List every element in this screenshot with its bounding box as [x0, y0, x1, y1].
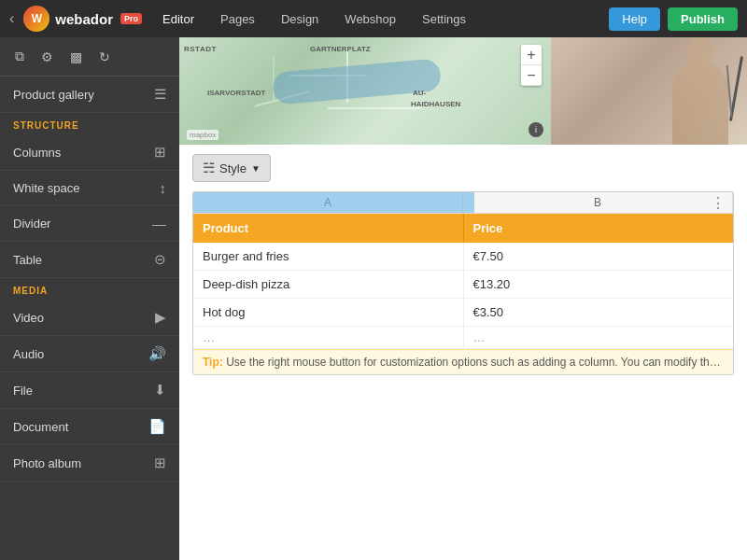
audio-label: Audio — [13, 347, 44, 361]
tip-label: Tip: — [203, 356, 223, 369]
nav-webshop[interactable]: Webshop — [333, 7, 407, 32]
nav-pages[interactable]: Pages — [209, 7, 266, 32]
top-navigation: ‹ W webador Pro Editor Pages Design Webs… — [0, 0, 747, 37]
style-button[interactable]: ☵ Style ▼ — [192, 154, 271, 182]
app-logo-icon: W — [23, 6, 49, 32]
table-label: Table — [13, 253, 42, 267]
style-button-label: Style — [219, 161, 247, 175]
map-label-haid: HAIDHAUSEN — [411, 100, 460, 108]
map-image[interactable]: RSTADT GARTNERPLATZ ISARVORSTADT AU- HAI… — [179, 37, 551, 145]
divider-label: Divider — [13, 217, 50, 231]
ellipsis-row: … … — [193, 327, 733, 349]
table-header-row: Product Price — [193, 214, 733, 243]
external-link-icon[interactable]: ⧉ — [9, 45, 30, 68]
td-product-1: Burger and fries — [193, 243, 464, 270]
sidebar: ⧉ ⚙ ▩ ↻ Product gallery ☰ STRUCTURE Colu… — [0, 37, 179, 560]
table-row[interactable]: Deep-dish pizza €13.20 — [193, 271, 733, 299]
column-highlight — [193, 192, 474, 213]
data-table: A B ⋮ Product Price Burger and fries €7.… — [192, 191, 734, 375]
map-photo-gradient — [551, 37, 747, 145]
tip-bar: Tip: Use the right mouse button for cust… — [193, 349, 733, 374]
td-product-2: Deep-dish pizza — [193, 271, 464, 298]
document-icon: 📄 — [148, 418, 166, 435]
app-name: webador — [55, 11, 113, 27]
sidebar-item-audio[interactable]: Audio 🔊 — [0, 336, 179, 372]
tip-text: Use the right mouse button for customiza… — [226, 356, 733, 369]
sidebar-item-columns[interactable]: Columns ⊞ — [0, 134, 179, 171]
td-product-3: Hot dog — [193, 299, 464, 326]
table-icon: ⊝ — [154, 251, 166, 268]
canvas-area: RSTADT GARTNERPLATZ ISARVORSTADT AU- HAI… — [179, 37, 747, 560]
column-more-button[interactable]: ⋮ — [711, 194, 726, 212]
publish-button[interactable]: Publish — [668, 7, 738, 31]
file-label: File — [13, 384, 33, 398]
main-layout: ⧉ ⚙ ▩ ↻ Product gallery ☰ STRUCTURE Colu… — [0, 37, 747, 560]
nav-settings[interactable]: Settings — [411, 7, 477, 32]
table-section: ☵ Style ▼ A B ⋮ Produ — [179, 145, 747, 385]
back-arrow-icon[interactable]: ‹ — [9, 10, 14, 27]
td-price-1: €7.50 — [464, 243, 734, 270]
settings-icon[interactable]: ⚙ — [35, 46, 59, 68]
sidebar-item-product-gallery[interactable]: Product gallery ☰ — [0, 77, 179, 113]
nav-editor[interactable]: Editor — [151, 7, 205, 32]
th-price: Price — [464, 214, 734, 243]
td-price-2: €13.20 — [464, 271, 734, 298]
map-label-gartner: GARTNERPLATZ — [310, 45, 371, 53]
mobile-icon[interactable]: ▩ — [64, 46, 88, 68]
map-label-isar: ISARVORSTADT — [207, 89, 265, 97]
sidebar-tools: ⧉ ⚙ ▩ ↻ — [0, 37, 179, 77]
mapbox-watermark: mapbox — [187, 130, 218, 140]
map-label-au: AU- — [413, 89, 426, 97]
video-label: Video — [13, 311, 44, 325]
minus-icon: — — [152, 216, 166, 231]
grid-style-icon: ☵ — [203, 160, 215, 176]
audio-icon: 🔊 — [148, 345, 166, 362]
document-label: Document — [13, 420, 68, 434]
media-section-label: MEDIA — [0, 278, 179, 300]
download-icon: ⬇ — [154, 382, 166, 399]
help-button[interactable]: Help — [609, 7, 660, 31]
product-gallery-label: Product gallery — [13, 88, 94, 102]
list-icon: ☰ — [154, 86, 166, 103]
columns-label: Columns — [13, 146, 61, 160]
th-product: Product — [193, 214, 464, 243]
map-info-icon[interactable]: i — [529, 122, 543, 137]
nav-links: Editor Pages Design Webshop Settings — [151, 7, 609, 32]
white-space-label: White space — [13, 181, 80, 195]
table-row[interactable]: Hot dog €3.50 — [193, 299, 733, 327]
col-header-b: B — [463, 192, 733, 213]
map-photo-right — [551, 37, 747, 145]
style-toolbar: ☵ Style ▼ — [192, 154, 734, 182]
column-headers-row: A B ⋮ — [193, 192, 733, 214]
pro-badge: Pro — [120, 13, 142, 24]
sidebar-item-photo-album[interactable]: Photo album ⊞ — [0, 445, 179, 482]
arrows-vertical-icon: ↕ — [160, 180, 167, 196]
ellipsis-product: … — [193, 327, 464, 348]
sidebar-item-divider[interactable]: Divider — — [0, 206, 179, 242]
nav-design[interactable]: Design — [270, 7, 330, 32]
video-icon: ▶ — [155, 309, 166, 326]
refresh-icon[interactable]: ↻ — [93, 46, 116, 68]
map-zoom-out-button[interactable]: − — [521, 65, 542, 86]
map-label-rstadt: RSTADT — [184, 45, 217, 53]
sidebar-item-table[interactable]: Table ⊝ — [0, 242, 179, 278]
table-row[interactable]: Burger and fries €7.50 — [193, 243, 733, 271]
logo-area: ‹ W webador Pro — [9, 6, 142, 32]
map-section: RSTADT GARTNERPLATZ ISARVORSTADT AU- HAI… — [179, 37, 747, 145]
dropdown-arrow-icon: ▼ — [251, 163, 261, 174]
sidebar-item-white-space[interactable]: White space ↕ — [0, 171, 179, 206]
grid-icon: ⊞ — [154, 455, 166, 471]
map-zoom-controls: + − — [521, 45, 542, 86]
sidebar-item-file[interactable]: File ⬇ — [0, 372, 179, 409]
sidebar-item-video[interactable]: Video ▶ — [0, 300, 179, 336]
structure-section-label: STRUCTURE — [0, 113, 179, 134]
sidebar-item-document[interactable]: Document 📄 — [0, 409, 179, 445]
ellipsis-price: … — [464, 327, 734, 348]
photo-album-label: Photo album — [13, 456, 81, 470]
canvas-white-area[interactable]: ☵ Style ▼ A B ⋮ Produ — [179, 145, 747, 560]
map-zoom-in-button[interactable]: + — [521, 45, 542, 65]
columns-icon: ⊞ — [154, 144, 166, 161]
td-price-3: €3.50 — [464, 299, 734, 326]
